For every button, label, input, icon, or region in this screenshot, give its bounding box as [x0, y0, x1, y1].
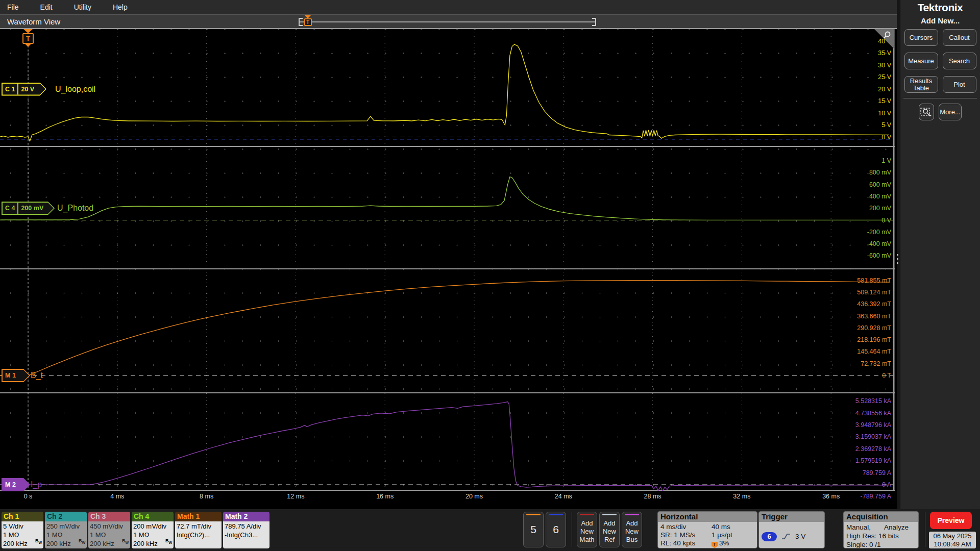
ytick-channel-4: 200 mV — [817, 204, 891, 212]
sidebar-button-results-table[interactable]: Results Table — [904, 76, 938, 93]
trace-channel-1 — [0, 44, 889, 141]
horizontal-row: 4 ms/div40 ms — [660, 523, 754, 531]
menu-item-edit[interactable]: Edit — [33, 3, 60, 11]
tektronix-logo: Tektronix — [900, 2, 980, 14]
add-new-math-button[interactable]: AddNewMath — [577, 512, 597, 547]
add-new-bus-button[interactable]: AddNewBus — [622, 512, 642, 547]
sidebar-button-measure[interactable]: Measure — [904, 53, 938, 69]
ytick-channel-1: 5 V — [817, 121, 891, 129]
acquisition-title: Acquisition — [844, 512, 918, 522]
bandwidth-limit-icon: BW — [35, 537, 42, 547]
zoom-select-icon — [920, 107, 933, 118]
settings-bar: Horizontal 4 ms/div40 msSR: 1 MS/s1 µs/p… — [0, 509, 980, 551]
ytick-channel-1: 35 V — [817, 49, 891, 57]
add-new-header: Add New... — [900, 16, 980, 25]
waveform-label-channel-4: U_Photod — [57, 202, 93, 215]
badge-math-1[interactable]: Math 172.7 mT/divIntg(Ch2)... — [175, 512, 222, 548]
ytick-channel-1: 40 V — [817, 37, 891, 45]
channel-badge-math-2[interactable]: M 2 — [2, 478, 30, 491]
separator — [925, 512, 925, 547]
preview-button[interactable]: Preview — [930, 512, 972, 529]
ytick-channel-4: -400 mV — [817, 240, 891, 248]
acquisition-analyze: Analyze — [884, 523, 909, 532]
channel-button-6[interactable]: 6 — [546, 512, 566, 547]
right-sidebar: Tektronix Add New... CursorsCalloutMeasu… — [900, 0, 980, 509]
waveform-label-math-1: B_t — [31, 369, 43, 382]
ytick-math-2: 0 A — [817, 481, 891, 489]
menu-item-file[interactable]: File — [0, 3, 26, 11]
panel-resize-handle[interactable] — [896, 254, 899, 266]
bandwidth-limit-icon: BW — [79, 537, 85, 547]
horizontal-row: SR: 1 MS/s1 µs/pt — [660, 531, 754, 539]
waveform-graticule[interactable]: 40 V35 V30 V25 V20 V15 V10 V5 V0 V1 V800… — [0, 29, 897, 509]
ytick-math-2: 2.369278 kA — [817, 445, 891, 453]
channel-badge-math-1[interactable]: M 1 — [2, 369, 30, 382]
ytick-math-1: 363.660 mT — [817, 312, 891, 320]
ytick-channel-1: 10 V — [817, 109, 891, 117]
ytick-math-2: 5.528315 kA — [817, 397, 891, 405]
horizontal-position-slider[interactable]: T — [299, 17, 596, 27]
badge-math-2[interactable]: Math 2789.75 A/div-Intg(Ch3... — [223, 512, 270, 548]
xtick: 24 ms — [546, 493, 581, 500]
badge-ch-3[interactable]: Ch 3450 mV/div1 MΩ200 kHzBW — [88, 512, 130, 548]
menu-item-help[interactable]: Help — [106, 3, 135, 11]
separator — [572, 512, 572, 547]
sidebar-button-plot[interactable]: Plot — [943, 76, 976, 93]
trace-math-1 — [0, 281, 889, 375]
more-button[interactable]: More... — [939, 104, 961, 120]
ytick-math-2: 3.948796 kA — [817, 421, 891, 429]
trigger-position-handle[interactable]: T — [304, 15, 312, 26]
xtick: 32 ms — [724, 493, 760, 500]
channel-badge-channel-1[interactable]: C 120 V — [2, 83, 46, 96]
channel-button-5[interactable]: 5 — [523, 512, 544, 547]
horizontal-cluster[interactable]: Horizontal 4 ms/div40 msSR: 1 MS/s1 µs/p… — [657, 511, 757, 548]
xtick: 8 ms — [189, 493, 225, 500]
xtick: 16 ms — [367, 493, 403, 500]
xtick: 0 s — [10, 493, 46, 500]
bandwidth-limit-icon: BW — [122, 537, 129, 547]
rising-edge-icon — [781, 533, 791, 541]
xtick: 20 ms — [456, 493, 492, 500]
add-new-ref-button[interactable]: AddNewRef — [599, 512, 620, 547]
ytick-channel-1: 20 V — [817, 85, 891, 93]
sidebar-button-cursors[interactable]: Cursors — [904, 29, 938, 46]
ytick-channel-4: 600 mV — [817, 181, 891, 189]
waveform-traces — [0, 29, 895, 491]
ytick-channel-1: 30 V — [817, 61, 891, 69]
trigger-flag[interactable]: T — [21, 29, 35, 47]
channel-badge-channel-4[interactable]: C 4200 mV — [2, 202, 55, 215]
ytick-math-2: 4.738556 kA — [817, 409, 891, 417]
ytick-math-1: 0 T — [817, 371, 891, 380]
ytick-math-1: 145.464 mT — [817, 347, 891, 356]
badge-ch-1[interactable]: Ch 15 V/div1 MΩ200 kHzBW — [2, 512, 43, 548]
badge-ch-4[interactable]: Ch 4200 mV/div1 MΩ200 kHzBW — [132, 512, 174, 548]
zoom-select-button[interactable] — [919, 104, 934, 120]
bandwidth-limit-icon: BW — [165, 537, 172, 547]
xtick: 12 ms — [278, 493, 313, 500]
trigger-title: Trigger — [759, 512, 824, 522]
slider-track — [300, 21, 595, 22]
acquisition-cluster[interactable]: Acquisition Manual, Analyze High Res: 16… — [843, 511, 919, 548]
horizontal-title: Horizontal — [658, 512, 757, 522]
xtick: 36 ms — [813, 493, 849, 500]
trigger-source-badge: 6 — [762, 532, 777, 541]
waveform-view-title[interactable]: Waveform View — [7, 17, 60, 26]
ytick-channel-4: -600 mV — [817, 252, 891, 260]
horizontal-row: RL: 40 kptsT3% — [660, 539, 754, 548]
ytick-channel-4: 0 V — [817, 216, 891, 224]
trigger-level: 3 V — [795, 533, 805, 540]
slider-right-bracket — [592, 18, 596, 26]
badge-ch-2[interactable]: Ch 2250 mV/div1 MΩ200 kHzBW — [45, 512, 87, 548]
sidebar-button-callout[interactable]: Callout — [943, 29, 976, 46]
menu-item-utility[interactable]: Utility — [67, 3, 99, 11]
ytick-math-1: 581.855 mT — [817, 277, 891, 285]
waveform-label-channel-1: U_loop,coil — [55, 83, 95, 96]
oscilloscope-app: FileEditUtilityHelp Waveform View T 40 V… — [0, 0, 980, 551]
ytick-math-2: 3.159037 kA — [817, 433, 891, 441]
trace-math-2 — [0, 402, 889, 491]
sidebar-button-search[interactable]: Search — [943, 53, 976, 69]
datetime-display: 06 May 2025 10:08:49 AM — [929, 532, 976, 548]
waveform-label-math-2: I_p — [31, 478, 42, 491]
trigger-cluster[interactable]: Trigger 6 3 V — [758, 511, 825, 548]
ytick-channel-1: 15 V — [817, 97, 891, 105]
